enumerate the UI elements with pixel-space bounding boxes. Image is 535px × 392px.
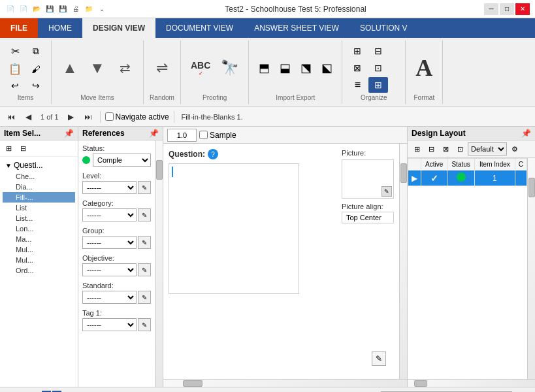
group-edit-button[interactable]: ✎ (138, 236, 151, 249)
navigate-active-input[interactable] (105, 112, 114, 121)
organize-btn-2[interactable]: ⊟ (368, 43, 388, 59)
undo-arrow-icon[interactable]: ⌄ (97, 4, 107, 14)
title-bar: 📄 📄 📂 💾 💾 🖨 📁 ⌄ Test2 - Schoolhouse Test… (0, 0, 535, 18)
next-button[interactable]: ▶ (64, 110, 78, 124)
tab-answer-sheet[interactable]: ANSWER SHEET VIEW (244, 18, 349, 38)
standard-edit-button[interactable]: ✎ (138, 291, 151, 304)
last-button[interactable]: ⏭ (81, 110, 95, 124)
tree-item-che[interactable]: Che... (3, 171, 75, 182)
objective-select[interactable]: ------ (82, 263, 137, 276)
open-icon[interactable]: 📂 (31, 4, 42, 14)
design-btn-3[interactable]: ⊠ (439, 143, 452, 155)
first-button[interactable]: ⏮ (4, 110, 18, 124)
spell-check-button[interactable]: ABC ✓ (186, 46, 215, 90)
category-select[interactable]: ------ (82, 208, 137, 221)
organize-btn-3[interactable]: ⊠ (348, 60, 367, 76)
move-down-button[interactable]: ▼ (84, 46, 110, 90)
redo-button[interactable]: ↪ (26, 78, 46, 93)
ref-scrollbar[interactable] (155, 140, 163, 387)
close-button[interactable]: ✕ (515, 3, 530, 15)
cut-button[interactable]: ✂ (5, 43, 25, 59)
expand-all-button[interactable]: ⊞ (2, 142, 15, 154)
pin-icon[interactable]: 📌 (64, 129, 74, 138)
navigation-toolbar: ⏮ ◀ 1 of 1 ▶ ⏭ Navigate active Fill-in-t… (0, 107, 535, 127)
edit-scrollbar-h[interactable] (163, 379, 407, 387)
new-icon[interactable]: 📄 (18, 4, 29, 14)
organize-btn-1[interactable]: ⊞ (348, 43, 367, 59)
sample-input[interactable] (199, 131, 208, 139)
navigate-active-checkbox[interactable]: Navigate active (105, 112, 169, 122)
tree-item-lon[interactable]: Lon... (3, 223, 75, 234)
export-button-2[interactable]: ⬕ (317, 58, 336, 78)
group-select[interactable]: ------ (82, 236, 137, 249)
proofing-group-label: Proofing (203, 94, 227, 101)
import-button-2[interactable]: ⬓ (275, 58, 295, 78)
design-row-1[interactable]: ▶ ✓ 1 (408, 171, 527, 186)
print-icon[interactable]: 🖨 (71, 4, 81, 14)
objective-edit-button[interactable]: ✎ (138, 263, 151, 276)
question-text-box[interactable] (169, 163, 299, 294)
references-panel: References 📌 Status: Comple Level: (78, 127, 163, 387)
sample-checkbox[interactable]: Sample (199, 131, 236, 140)
edit-icon[interactable]: ✎ (372, 351, 386, 366)
folder-icon[interactable]: 📁 (84, 4, 94, 14)
copy-button[interactable]: ⧉ (26, 43, 46, 59)
import-button-1[interactable]: ⬒ (254, 58, 274, 78)
organize-btn-4[interactable]: ⊡ (368, 60, 388, 76)
save-icon[interactable]: 💾 (44, 4, 55, 14)
format-text-button[interactable]: A (411, 46, 437, 90)
ref-pin-icon[interactable]: 📌 (149, 129, 159, 138)
category-edit-button[interactable]: ✎ (138, 208, 151, 221)
picture-edit-button[interactable]: ✎ (381, 186, 392, 197)
design-btn-1[interactable]: ⊞ (410, 143, 423, 155)
find-button[interactable]: 🔭 (216, 46, 243, 90)
random-button[interactable]: ⇌ (149, 46, 175, 90)
tree-item-dia[interactable]: Dia... (3, 182, 75, 192)
minimize-button[interactable]: ─ (484, 3, 498, 15)
export-button-1[interactable]: ⬔ (296, 58, 316, 78)
level-select[interactable]: ------ (82, 181, 137, 194)
design-scrollbar-v[interactable] (527, 158, 535, 379)
tree-item-fill[interactable]: Fill-... (3, 192, 75, 203)
design-scrollbar-h[interactable] (408, 379, 535, 387)
design-settings-button[interactable]: ⚙ (508, 143, 521, 155)
collapse-all-button[interactable]: ⊟ (16, 142, 29, 154)
shuffle-button[interactable]: ⇄ (112, 46, 138, 90)
tab-file[interactable]: FILE (0, 18, 38, 38)
tree-item-ma[interactable]: Ma... (3, 234, 75, 244)
tree-item-list2[interactable]: List... (3, 213, 75, 223)
maximize-button[interactable]: □ (500, 3, 514, 15)
picture-box[interactable]: ✎ (342, 159, 394, 199)
design-pin-icon[interactable]: 📌 (521, 129, 531, 138)
edit-tool-button[interactable]: ✎ (372, 351, 386, 366)
paste-button[interactable]: 📋 (5, 61, 25, 77)
design-btn-4[interactable]: ⊡ (453, 143, 466, 155)
standard-select[interactable]: ------ (82, 291, 137, 304)
level-edit-button[interactable]: ✎ (138, 181, 151, 194)
save-alt-icon[interactable]: 💾 (57, 4, 68, 14)
tab-document-view[interactable]: DOCUMENT VIEW (155, 18, 244, 38)
tag1-edit-button[interactable]: ✎ (138, 318, 151, 331)
organize-btn-6[interactable]: ⊞ (368, 77, 388, 93)
status-select[interactable]: Comple (93, 154, 151, 167)
tree-item-ord[interactable]: Ord... (3, 265, 75, 276)
zoom-input[interactable] (167, 129, 197, 142)
tree-item-list[interactable]: List (3, 203, 75, 213)
move-up-button[interactable]: ▲ (57, 46, 83, 90)
tab-home[interactable]: HOME (38, 18, 82, 38)
tree-node-questions[interactable]: ▼ Questi... (3, 159, 75, 171)
edit-area[interactable]: Question: ? Picture: ✎ Picture align: (163, 144, 399, 379)
design-dropdown[interactable]: Default (468, 142, 507, 155)
help-icon[interactable]: ? (208, 149, 218, 159)
tab-design-view[interactable]: DESIGN VIEW (82, 18, 155, 38)
edit-scrollbar-v[interactable] (399, 144, 407, 379)
prev-button[interactable]: ◀ (21, 110, 35, 124)
organize-btn-5[interactable]: ≡ (348, 77, 367, 93)
design-btn-2[interactable]: ⊟ (425, 143, 438, 155)
tag1-select[interactable]: ------ (82, 318, 137, 331)
tree-item-mul2[interactable]: Mul... (3, 255, 75, 265)
undo-button[interactable]: ↩ (5, 78, 25, 93)
tree-item-mul1[interactable]: Mul... (3, 244, 75, 255)
format-painter-button[interactable]: 🖌 (26, 61, 46, 77)
tab-solution[interactable]: SOLUTION V (349, 18, 418, 38)
